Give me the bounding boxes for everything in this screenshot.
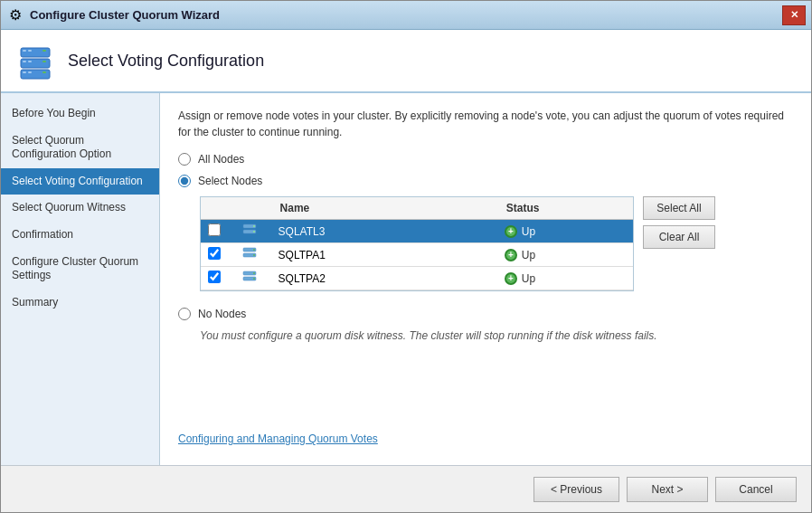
row2-icon-cell [235, 243, 271, 267]
table-row[interactable]: SQLTPA2 Up [201, 267, 633, 290]
server-icon [242, 250, 257, 262]
row1-status-text: Up [522, 225, 535, 238]
svg-rect-5 [23, 61, 26, 62]
radio-select-nodes-option[interactable]: Select Nodes [178, 175, 793, 187]
row3-checkbox-cell[interactable] [201, 267, 235, 290]
node-table: Name Status [201, 197, 633, 290]
header-icon [15, 41, 55, 81]
col-header-name: Name [271, 197, 497, 220]
svg-rect-9 [23, 71, 26, 73]
wizard-body: Before You Begin Select Quorum Configura… [1, 93, 811, 465]
svg-point-14 [253, 225, 255, 227]
wizard-footer: < Previous Next > Cancel [1, 465, 811, 512]
help-link-section: Configuring and Managing Quorum Votes [178, 414, 793, 451]
row3-status-up: Up [505, 272, 626, 285]
server-icon [242, 273, 257, 286]
svg-rect-6 [28, 61, 32, 62]
select-all-button[interactable]: Select All [643, 196, 715, 220]
row2-status: Up [497, 243, 633, 267]
row1-status-icon [505, 225, 517, 238]
row1-name: SQLATL3 [271, 220, 497, 243]
cancel-button[interactable]: Cancel [715, 477, 797, 502]
svg-rect-4 [21, 59, 50, 68]
row1-checkbox[interactable] [208, 223, 221, 236]
close-button[interactable]: ✕ [782, 5, 806, 25]
nodes-table-section: Name Status [178, 196, 793, 304]
table-row[interactable]: SQLATL3 Up [201, 220, 633, 243]
row2-status-up: Up [505, 249, 626, 261]
previous-button[interactable]: < Previous [533, 477, 619, 502]
title-bar: ⚙ Configure Cluster Quorum Wizard ✕ [1, 1, 811, 30]
title-bar-left: ⚙ Configure Cluster Quorum Wizard [6, 6, 220, 24]
content-area: Assign or remove node votes in your clus… [160, 93, 811, 465]
row1-icon-cell [235, 220, 271, 243]
row2-status-icon [505, 249, 517, 261]
svg-point-18 [253, 249, 255, 251]
row3-checkbox[interactable] [208, 271, 221, 283]
title-bar-controls: ✕ [782, 5, 806, 25]
svg-point-19 [253, 254, 255, 256]
svg-rect-1 [23, 50, 26, 52]
radio-select-nodes-label: Select Nodes [198, 175, 262, 187]
svg-rect-3 [42, 50, 46, 52]
sidebar: Before You Begin Select Quorum Configura… [1, 93, 160, 465]
col-header-status: Status [497, 197, 633, 220]
col-header-icon [235, 197, 271, 220]
sidebar-item-before-you-begin[interactable]: Before You Begin [1, 100, 159, 128]
radio-no-nodes[interactable] [178, 308, 191, 320]
row2-status-text: Up [522, 249, 535, 261]
svg-point-15 [253, 231, 255, 233]
next-button[interactable]: Next > [627, 477, 708, 502]
svg-rect-11 [42, 71, 46, 73]
row2-checkbox[interactable] [208, 247, 221, 260]
no-nodes-description: You must configure a quorum disk witness… [200, 329, 793, 342]
row3-status: Up [497, 267, 633, 290]
window-title: Configure Cluster Quorum Wizard [30, 8, 220, 22]
help-link[interactable]: Configuring and Managing Quorum Votes [178, 432, 378, 445]
sidebar-item-quorum-config-option[interactable]: Select Quorum Configuration Option [1, 128, 159, 168]
svg-rect-8 [21, 70, 50, 79]
server-icon [242, 226, 257, 239]
no-nodes-section: No Nodes You must configure a quorum dis… [178, 308, 793, 342]
row3-name: SQLTPA2 [271, 267, 497, 290]
radio-all-nodes-label: All Nodes [198, 153, 244, 166]
table-row[interactable]: SQLTPA1 Up [201, 243, 633, 267]
sidebar-item-select-quorum-witness[interactable]: Select Quorum Witness [1, 195, 159, 222]
radio-all-nodes[interactable] [178, 153, 191, 166]
sidebar-item-summary[interactable]: Summary [1, 290, 159, 317]
row1-checkbox-cell[interactable] [201, 220, 235, 243]
svg-rect-10 [28, 71, 32, 73]
row3-status-text: Up [522, 272, 535, 285]
row2-checkbox-cell[interactable] [201, 243, 235, 267]
row1-status: Up [497, 220, 633, 243]
radio-no-nodes-label: No Nodes [198, 308, 246, 320]
radio-no-nodes-option[interactable]: No Nodes [178, 308, 793, 320]
sidebar-item-select-voting-config[interactable]: Select Voting Configuration [1, 168, 159, 195]
col-header-checkbox [201, 197, 235, 220]
description-text: Assign or remove node votes in your clus… [178, 108, 793, 140]
svg-rect-0 [21, 48, 50, 57]
sidebar-item-configure-cluster[interactable]: Configure Cluster Quorum Settings [1, 249, 159, 290]
row2-name: SQLTPA1 [271, 243, 497, 267]
app-icon: ⚙ [6, 6, 24, 24]
sidebar-item-confirmation[interactable]: Confirmation [1, 222, 159, 249]
radio-select-nodes[interactable] [178, 175, 191, 187]
main-window: ⚙ Configure Cluster Quorum Wizard ✕ [0, 0, 812, 513]
row1-status-up: Up [505, 225, 626, 238]
svg-rect-2 [28, 50, 32, 52]
node-table-container: Name Status [200, 196, 634, 291]
row3-icon-cell [235, 267, 271, 290]
table-action-buttons: Select All Clear All [643, 196, 715, 249]
header-title: Select Voting Configuration [68, 52, 264, 71]
wizard-header: Select Voting Configuration [1, 30, 811, 93]
row3-status-icon [505, 272, 517, 285]
svg-point-23 [253, 278, 255, 280]
radio-all-nodes-option[interactable]: All Nodes [178, 153, 793, 166]
svg-point-22 [253, 272, 255, 274]
clear-all-button[interactable]: Clear All [643, 225, 715, 249]
svg-rect-7 [42, 61, 46, 62]
